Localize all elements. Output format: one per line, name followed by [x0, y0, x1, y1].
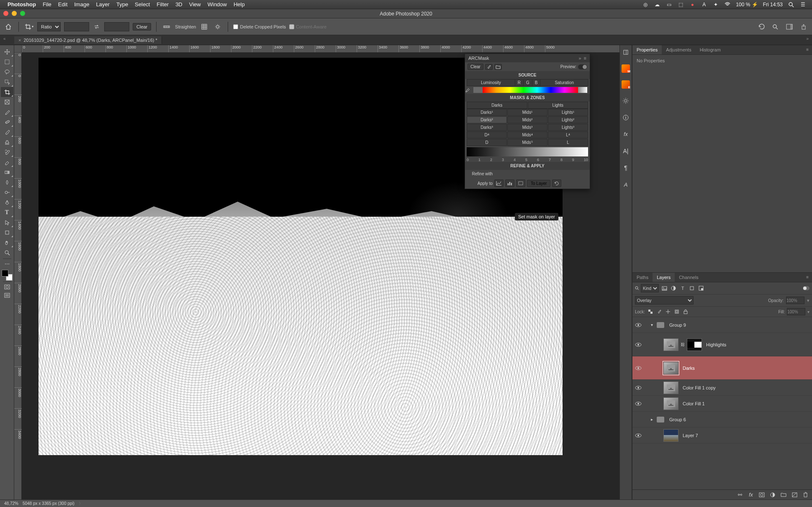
marquee-tool[interactable] [1, 57, 13, 67]
zone-number[interactable]: 3 [502, 158, 504, 162]
crop-settings-icon[interactable] [213, 22, 223, 32]
fill-dropdown-icon[interactable]: ▾ [807, 310, 809, 314]
overlay-grid-icon[interactable] [199, 22, 209, 32]
filter-type-icon[interactable]: T [679, 284, 686, 292]
tab-channels[interactable]: Channels [675, 273, 702, 282]
lock-artboard-icon[interactable] [673, 308, 680, 315]
layer-visibility-icon[interactable] [632, 323, 644, 328]
zone-number[interactable]: 8 [560, 158, 563, 162]
zone-lights[interactable]: Lights [528, 102, 588, 109]
layer-visibility-icon[interactable] [632, 385, 644, 390]
zone-number[interactable]: 9 [572, 158, 574, 162]
zone-number[interactable]: 2 [490, 158, 492, 162]
crop-tool[interactable] [1, 87, 13, 97]
blend-mode-select[interactable]: Overlay [635, 296, 694, 305]
arcmask-folder-icon[interactable] [494, 64, 502, 70]
tab-adjustments[interactable]: Adjustments [662, 45, 696, 54]
zone-d2[interactable]: Darks³ [467, 124, 507, 131]
strip-brightness-icon[interactable] [621, 96, 630, 105]
layer-name[interactable]: Highlights [706, 342, 726, 347]
layer-visibility-icon[interactable] [632, 366, 644, 371]
hand-tool[interactable] [1, 238, 13, 248]
opacity-input[interactable] [786, 297, 804, 304]
collapse-right-icon[interactable]: » [806, 36, 809, 41]
healing-tool[interactable] [1, 117, 13, 127]
cc-icon[interactable]: ◎ [642, 1, 649, 8]
hue-strip[interactable] [473, 87, 587, 93]
status-chevron-icon[interactable]: 〉 [79, 501, 83, 507]
zone-m4[interactable]: Mids⁵ [507, 139, 547, 146]
new-group-icon[interactable] [780, 492, 787, 498]
quick-select-tool[interactable] [1, 77, 13, 87]
stamp-tool[interactable] [1, 137, 13, 147]
dodge-tool[interactable] [1, 187, 13, 197]
layer-thumbnail[interactable] [663, 397, 678, 410]
layer-list[interactable]: ▾Group 9⛓HighlightsDarksColor Fill 1 cop… [632, 317, 812, 489]
strip-character-icon[interactable]: A| [621, 146, 630, 156]
strip-icon-2[interactable]: E [622, 80, 630, 89]
swap-dimensions-icon[interactable] [93, 23, 101, 31]
menu-type[interactable]: Type [116, 1, 128, 8]
preview-toggle[interactable] [578, 64, 587, 69]
arcmask-clear-button[interactable]: Clear [468, 64, 483, 70]
tab-histogram[interactable]: Histogram [696, 45, 725, 54]
app-name[interactable]: Photoshop [8, 1, 36, 8]
src-g[interactable]: G [523, 79, 532, 86]
menu-help[interactable]: Help [234, 1, 245, 8]
fill-input[interactable] [787, 308, 805, 315]
zone-gradient[interactable] [467, 147, 588, 156]
zone-l0[interactable]: Lights¹ [548, 109, 588, 116]
type-tool[interactable]: T [1, 207, 13, 218]
src-r[interactable]: R [515, 79, 524, 86]
menu-window[interactable]: Window [208, 1, 227, 8]
minimize-window[interactable] [12, 11, 17, 16]
menu-image[interactable]: Image [74, 1, 89, 8]
tray-icon-1[interactable]: ▭ [666, 1, 672, 8]
layer-row[interactable]: Layer 7 [632, 428, 812, 443]
layer-visibility-icon[interactable] [632, 401, 644, 406]
shape-tool[interactable] [1, 228, 13, 238]
crop-height-input[interactable] [104, 22, 129, 31]
layer-fx-icon[interactable]: fx [748, 492, 754, 498]
eyedropper-icon[interactable] [465, 87, 471, 92]
opacity-dropdown-icon[interactable]: ▾ [807, 298, 809, 303]
close-tab-icon[interactable]: × [18, 38, 21, 43]
new-layer-icon[interactable] [791, 492, 798, 498]
tab-paths[interactable]: Paths [632, 273, 653, 282]
tab-layers[interactable]: Layers [653, 273, 675, 282]
zone-number[interactable]: 6 [537, 158, 539, 162]
lasso-tool[interactable] [1, 67, 13, 77]
zone-darks[interactable]: Darks [467, 102, 527, 109]
tray-icon-a[interactable]: A [701, 1, 707, 8]
edit-toolbar-icon[interactable]: ⋯ [1, 260, 13, 268]
layer-thumbnail[interactable] [663, 382, 678, 394]
lock-pixels-icon[interactable] [656, 308, 663, 315]
color-swatches[interactable] [2, 270, 13, 281]
frame-tool[interactable] [1, 97, 13, 107]
lock-position-icon[interactable] [665, 308, 671, 315]
move-tool[interactable] [1, 47, 13, 57]
tray-icon-4[interactable]: ✦ [712, 1, 719, 8]
menu-view[interactable]: View [189, 1, 201, 8]
zoom-tool[interactable] [1, 248, 13, 258]
layer-row[interactable]: ▸Group 6 [632, 412, 812, 428]
filter-smart-icon[interactable] [697, 284, 705, 292]
strip-info-icon[interactable] [621, 113, 630, 122]
blur-tool[interactable] [1, 177, 13, 187]
zone-l4[interactable]: L [548, 139, 588, 146]
panel-collapse-icon[interactable]: » [578, 56, 581, 61]
strip-paragraph-icon[interactable]: ¶ [621, 163, 630, 172]
zone-d1[interactable]: Darks² [467, 116, 507, 123]
properties-menu-icon[interactable]: ≡ [803, 45, 812, 54]
menu-file[interactable]: File [43, 1, 51, 8]
zone-number[interactable]: 5 [525, 158, 527, 162]
zone-number[interactable]: 10 [584, 158, 588, 162]
zone-l3[interactable]: L⁴ [548, 131, 588, 138]
home-icon[interactable] [3, 22, 13, 32]
clock[interactable]: Fri 14:53 [763, 2, 783, 8]
wifi-icon[interactable] [724, 1, 731, 8]
layer-row[interactable]: Color Fill 1 copy [632, 380, 812, 396]
collapse-left-icon[interactable]: « [3, 36, 6, 41]
zone-number[interactable]: 4 [514, 158, 516, 162]
gradient-tool[interactable] [1, 167, 13, 177]
